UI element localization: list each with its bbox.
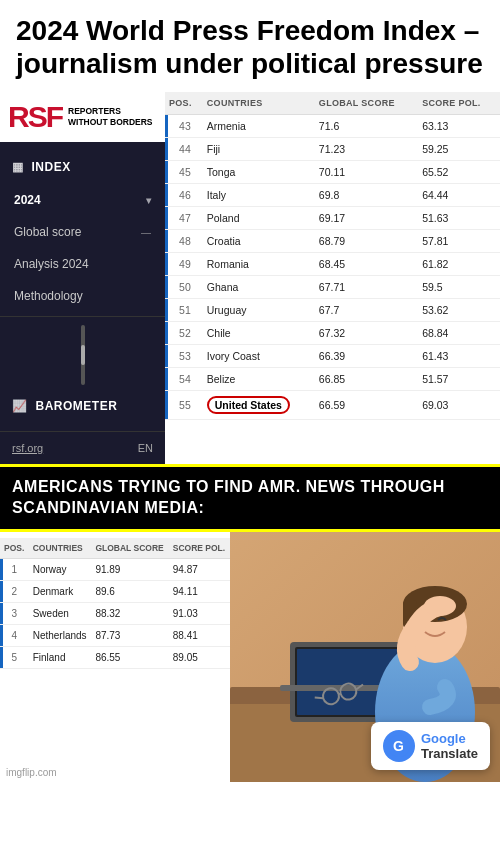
pol-score-cell: 89.05: [169, 646, 230, 668]
sidebar-item-global-score[interactable]: Global score —: [0, 216, 165, 248]
rsf-tagline: REPORTERS WITHOUT BORDERS: [68, 106, 153, 128]
pol-score-cell: 51.63: [418, 207, 500, 230]
global-score-cell: 70.11: [315, 161, 418, 184]
country-cell: Chile: [203, 322, 315, 345]
caption-text: AMERICANS TRYING TO FIND AMR. NEWS THROU…: [12, 478, 445, 516]
chevron-icon: —: [141, 227, 151, 238]
pol-score-cell: 53.62: [418, 299, 500, 322]
table-row: 46Italy69.864.44: [165, 184, 500, 207]
pol-score-cell: 69.03: [418, 391, 500, 420]
pol-score-cell: 61.82: [418, 253, 500, 276]
table-row: 4Netherlands87.7388.41: [0, 624, 230, 646]
country-cell: Ghana: [203, 276, 315, 299]
global-score-cell: 68.45: [315, 253, 418, 276]
global-score-cell: 66.85: [315, 368, 418, 391]
col-pos: POS.: [165, 92, 203, 115]
pol-score-cell: 64.44: [418, 184, 500, 207]
pos-cell: 46: [165, 184, 203, 207]
country-cell: Finland: [29, 646, 92, 668]
lang-selector[interactable]: EN: [138, 442, 153, 454]
pos-cell: 51: [165, 299, 203, 322]
country-cell: Armenia: [203, 115, 315, 138]
table-row: 49Romania68.4561.82: [165, 253, 500, 276]
country-cell: United States: [203, 391, 315, 420]
global-score-cell: 66.59: [315, 391, 418, 420]
pol-score-cell: 57.81: [418, 230, 500, 253]
translate-text: Google Translate: [421, 731, 478, 761]
small-table: POS. COUNTRIES GLOBAL SCORE SCORE POL. 1…: [0, 538, 230, 669]
pol-score-cell: 51.57: [418, 368, 500, 391]
small-table-body: 1Norway91.8994.872Denmark89.694.113Swede…: [0, 558, 230, 668]
sidebar-item-analysis[interactable]: Analysis 2024: [0, 248, 165, 280]
main-content: RSF REPORTERS WITHOUT BORDERS ▦ INDEX 20…: [0, 92, 500, 464]
pos-cell: 45: [165, 161, 203, 184]
rsf-link[interactable]: rsf.org: [12, 442, 43, 454]
table-row: 51Uruguay67.753.62: [165, 299, 500, 322]
table-row: 3Sweden88.3291.03: [0, 602, 230, 624]
page-title: 2024 World Press Freedom Index – journal…: [16, 14, 484, 80]
sidebar-divider: [0, 316, 165, 317]
scroll-indicator: [0, 321, 165, 389]
pos-cell: 49: [165, 253, 203, 276]
table-row: 54Belize66.8551.57: [165, 368, 500, 391]
bottom-section: POS. COUNTRIES GLOBAL SCORE SCORE POL. 1…: [0, 532, 500, 782]
translate-label: Translate: [421, 746, 478, 761]
country-cell: Netherlands: [29, 624, 92, 646]
pos-cell: 5: [0, 646, 29, 668]
pol-score-cell: 59.25: [418, 138, 500, 161]
col-countries: COUNTRIES: [203, 92, 315, 115]
main-table-body: 43Armenia71.663.1344Fiji71.2359.2545Tong…: [165, 115, 500, 420]
pol-score-cell: 61.43: [418, 345, 500, 368]
col-global: GLOBAL SCORE: [315, 92, 418, 115]
pol-score-cell: 59.5: [418, 276, 500, 299]
pol-score-cell: 94.11: [169, 580, 230, 602]
sm-col-pos: POS.: [0, 538, 29, 559]
country-cell: Norway: [29, 558, 92, 580]
pos-cell: 47: [165, 207, 203, 230]
pos-cell: 50: [165, 276, 203, 299]
global-score-cell: 69.8: [315, 184, 418, 207]
country-cell: Romania: [203, 253, 315, 276]
global-score-cell: 66.39: [315, 345, 418, 368]
caption-section: AMERICANS TRYING TO FIND AMR. NEWS THROU…: [0, 464, 500, 532]
global-score-cell: 71.23: [315, 138, 418, 161]
table-row: 5Finland86.5589.05: [0, 646, 230, 668]
sidebar-item-2024[interactable]: 2024 ▾: [0, 184, 165, 216]
global-score-cell: 87.73: [91, 624, 168, 646]
title-section: 2024 World Press Freedom Index – journal…: [0, 0, 500, 92]
global-score-cell: 71.6: [315, 115, 418, 138]
pos-cell: 43: [165, 115, 203, 138]
pos-cell: 3: [0, 602, 29, 624]
rsf-sidebar: RSF REPORTERS WITHOUT BORDERS ▦ INDEX 20…: [0, 92, 165, 464]
global-score-cell: 68.79: [315, 230, 418, 253]
table-row: 48Croatia68.7957.81: [165, 230, 500, 253]
table-row: 55United States66.5969.03: [165, 391, 500, 420]
sidebar-item-methodology[interactable]: Methodology: [0, 280, 165, 312]
table-row: 1Norway91.8994.87: [0, 558, 230, 580]
bottom-table-area: POS. COUNTRIES GLOBAL SCORE SCORE POL. 1…: [0, 532, 230, 782]
global-score-cell: 86.55: [91, 646, 168, 668]
country-cell: Sweden: [29, 602, 92, 624]
pol-score-cell: 68.84: [418, 322, 500, 345]
pos-cell: 1: [0, 558, 29, 580]
col-pol: SCORE POL.: [418, 92, 500, 115]
global-score-cell: 69.17: [315, 207, 418, 230]
google-brand: Google: [421, 731, 478, 746]
country-cell: Italy: [203, 184, 315, 207]
country-cell: Denmark: [29, 580, 92, 602]
pos-cell: 54: [165, 368, 203, 391]
pol-score-cell: 65.52: [418, 161, 500, 184]
global-score-cell: 89.6: [91, 580, 168, 602]
country-cell: Tonga: [203, 161, 315, 184]
sidebar-section-barometer: 📈 BAROMETER: [0, 389, 165, 423]
press-freedom-table: POS. COUNTRIES GLOBAL SCORE SCORE POL. 4…: [165, 92, 500, 420]
global-score-cell: 67.7: [315, 299, 418, 322]
rsf-letters: RSF: [8, 102, 62, 132]
pol-score-cell: 94.87: [169, 558, 230, 580]
google-translate-badge[interactable]: G Google Translate: [371, 722, 490, 770]
pol-score-cell: 88.41: [169, 624, 230, 646]
country-cell: Uruguay: [203, 299, 315, 322]
svg-line-14: [339, 693, 341, 694]
table-row: 50Ghana67.7159.5: [165, 276, 500, 299]
table-row: 45Tonga70.1165.52: [165, 161, 500, 184]
